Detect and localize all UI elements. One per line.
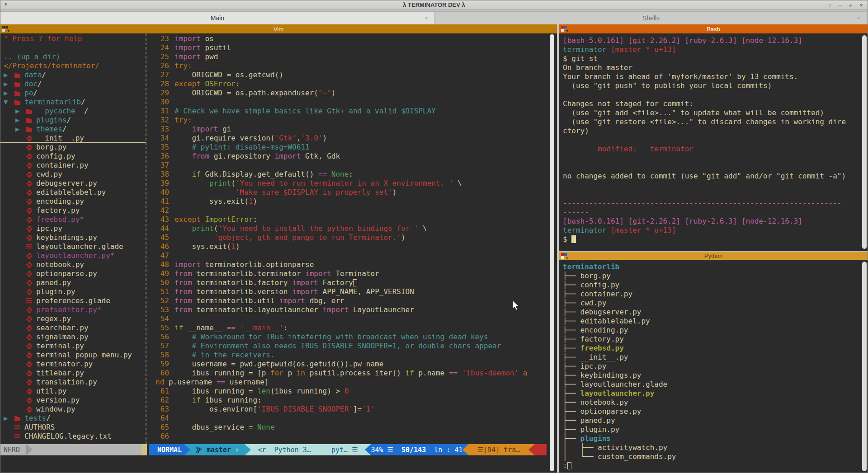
tree-text-row[interactable]: .. (up a dir) bbox=[0, 52, 146, 61]
bash-scrollbar[interactable] bbox=[862, 35, 867, 249]
chevron-right-icon[interactable]: ▶ bbox=[15, 116, 26, 125]
nerdtree-statusline-label: NERD bbox=[4, 445, 20, 454]
vim-pane-titlebar[interactable]: ▼ Vim bbox=[0, 24, 557, 33]
airline-segment-2: <r Python 3… pyt… ☰ bbox=[245, 444, 371, 455]
tree-item-label: regex.py bbox=[36, 314, 71, 323]
tree-item-themes[interactable]: ▶themes/ bbox=[0, 125, 146, 134]
chevron-right-icon[interactable]: ▶ bbox=[4, 414, 14, 423]
tree-item-regex.py[interactable]: regex.py bbox=[0, 314, 146, 323]
tree-text-row[interactable]: " Press ? for help bbox=[0, 34, 146, 43]
tree-item-util.py[interactable]: util.py bbox=[0, 387, 146, 396]
tree-item-ipc.py[interactable]: ipc.py bbox=[0, 224, 146, 233]
chevron-right-icon[interactable]: ▶ bbox=[4, 70, 14, 80]
tree-text-row[interactable]: </Projects/terminator/ bbox=[0, 61, 146, 70]
chevron-right-icon[interactable]: ▶ bbox=[15, 125, 26, 134]
tree-item-optionparse.py[interactable]: optionparse.py bbox=[0, 269, 146, 278]
tree-item-po[interactable]: ▶po/ bbox=[0, 89, 146, 98]
tree-item-terminator.py[interactable]: terminator.py bbox=[0, 360, 146, 369]
tree-item-label: signalman.py bbox=[36, 333, 89, 342]
vim-pane-title: Vim bbox=[0, 26, 557, 33]
python-file-icon bbox=[26, 269, 36, 278]
tree-item-label: doc bbox=[24, 80, 38, 89]
tree-item-keybindings.py[interactable]: keybindings.py bbox=[0, 233, 146, 242]
tab-main-close-icon[interactable]: × bbox=[425, 14, 428, 21]
tree-item-debugserver.py[interactable]: debugserver.py bbox=[0, 179, 146, 188]
vim-terminal[interactable]: " Press ? for help.. (up a dir)</Project… bbox=[0, 33, 557, 473]
chevron-right-icon[interactable]: ▶ bbox=[4, 89, 14, 98]
vim-scrollbar[interactable] bbox=[550, 34, 554, 471]
tree-item-__pycache__[interactable]: ▶__pycache__/ bbox=[0, 107, 146, 116]
tree-item-editablelabel.py[interactable]: editablelabel.py bbox=[0, 188, 146, 197]
terminal-line: nd p.username == username] bbox=[156, 378, 547, 387]
text-file-icon bbox=[26, 242, 36, 251]
tree-item-paned.py[interactable]: paned.py bbox=[0, 278, 146, 287]
vim-code-buffer[interactable]: 23import os24import psutil25import pwd26… bbox=[151, 34, 547, 441]
terminal-line: ├── layoutlauncher.glade bbox=[563, 380, 868, 389]
nerdtree[interactable]: " Press ? for help.. (up a dir)</Project… bbox=[0, 34, 146, 441]
tree-item-titlebar.py[interactable]: titlebar.py bbox=[0, 369, 146, 378]
tree-item-freebsd.py[interactable]: freebsd.py* bbox=[0, 215, 146, 224]
tree-item-terminatorlib[interactable]: ▼terminatorlib/ bbox=[0, 98, 146, 107]
tree-item-layoutlauncher.py[interactable]: layoutlauncher.py* bbox=[0, 251, 146, 260]
tree-item-data[interactable]: ▶data/ bbox=[0, 70, 146, 80]
python-file-icon bbox=[26, 314, 36, 323]
python-file-icon bbox=[26, 134, 36, 143]
tree-item-tests[interactable]: ▶tests/ bbox=[0, 414, 146, 423]
tree-item-notebook.py[interactable]: notebook.py bbox=[0, 260, 146, 269]
tree-item-searchbar.py[interactable]: searchbar.py bbox=[0, 323, 146, 333]
tree-item-plugins[interactable]: ▶plugins/ bbox=[0, 116, 146, 125]
tree-item-version.py[interactable]: version.py bbox=[0, 396, 146, 405]
tree-item-doc[interactable]: ▶doc/ bbox=[0, 80, 146, 89]
split-grid-icon[interactable]: ▼ bbox=[2, 26, 10, 32]
terminal-line: 42 bbox=[156, 206, 547, 215]
chevron-right-icon[interactable]: ▶ bbox=[4, 80, 14, 89]
split-grid-icon[interactable]: ▼ bbox=[561, 26, 569, 32]
tree-item-CHANGELOG.legacy.txt[interactable]: CHANGELOG.legacy.txt bbox=[0, 432, 146, 441]
tree-item-prefseditor.py[interactable]: prefseditor.py* bbox=[0, 305, 146, 314]
python-terminal[interactable]: terminatorlib├── borg.py├── config.py├──… bbox=[559, 260, 868, 473]
minimize-button[interactable]: − bbox=[837, 2, 844, 9]
tree-item-plugin.py[interactable]: plugin.py bbox=[0, 287, 146, 296]
tree-item-AUTHORS[interactable]: AUTHORS bbox=[0, 423, 146, 432]
tree-item-factory.py[interactable]: factory.py bbox=[0, 206, 146, 215]
close-button[interactable]: × bbox=[858, 2, 864, 9]
tree-item-terminal_popup_menu.py[interactable]: terminal_popup_menu.py bbox=[0, 351, 146, 360]
window-menu-arrow-icon[interactable]: ▾ bbox=[5, 1, 7, 7]
tree-item-container.py[interactable]: container.py bbox=[0, 161, 146, 170]
tree-item-signalman.py[interactable]: signalman.py bbox=[0, 333, 146, 342]
terminal-line: 32try: bbox=[156, 116, 547, 125]
python-pane-titlebar[interactable]: ▼ Python bbox=[559, 251, 868, 260]
tree-item-terminal.py[interactable]: terminal.py bbox=[0, 342, 146, 351]
tab-main[interactable]: Main × bbox=[0, 11, 435, 24]
bash-pane-titlebar[interactable]: ▼ Bash bbox=[559, 24, 868, 33]
tree-item-cwd.py[interactable]: cwd.py bbox=[0, 170, 146, 179]
split-grid-icon[interactable]: ▼ bbox=[561, 253, 569, 259]
maximize-button[interactable]: + bbox=[848, 2, 854, 9]
tree-item-window.py[interactable]: window.py bbox=[0, 405, 146, 414]
bash-terminal[interactable]: [bash-5.0.161] [git-2.26.2] [ruby-2.6.3]… bbox=[559, 33, 868, 251]
folder-icon bbox=[14, 98, 24, 107]
tree-item-layoutlauncher.glade[interactable]: layoutlauncher.glade bbox=[0, 242, 146, 251]
tree-item-encoding.py[interactable]: encoding.py bbox=[0, 197, 146, 206]
chevron-right-icon[interactable]: ▶ bbox=[15, 107, 26, 116]
terminal-line: : bbox=[563, 461, 868, 470]
folder-icon bbox=[14, 89, 24, 98]
text-file-icon bbox=[14, 423, 24, 432]
tree-item-label: translation.py bbox=[36, 378, 97, 387]
terminal-line: $ bbox=[563, 235, 868, 244]
shade-button[interactable]: ↑ bbox=[827, 2, 833, 9]
tree-item-label: notebook.py bbox=[36, 260, 84, 269]
tree-item-preferences.glade[interactable]: preferences.glade bbox=[0, 296, 146, 305]
tree-item-translation.py[interactable]: translation.py bbox=[0, 378, 146, 387]
tree-item-__init__.py[interactable]: __init__.py bbox=[0, 134, 146, 143]
python-scrollbar[interactable] bbox=[862, 262, 867, 471]
tree-item-label: encoding.py bbox=[36, 197, 84, 206]
chevron-down-icon[interactable]: ▼ bbox=[4, 98, 14, 107]
tree-item-config.py[interactable]: config.py bbox=[0, 152, 146, 161]
tab-bar: Main × Shells × bbox=[0, 10, 868, 24]
tab-shells[interactable]: Shells × bbox=[435, 11, 867, 24]
python-file-icon bbox=[26, 378, 36, 387]
tree-item-label: layoutlauncher.py* bbox=[36, 251, 114, 260]
tree-item-borg.py[interactable]: borg.py bbox=[0, 143, 146, 152]
tab-shells-close-icon[interactable]: × bbox=[857, 14, 860, 21]
